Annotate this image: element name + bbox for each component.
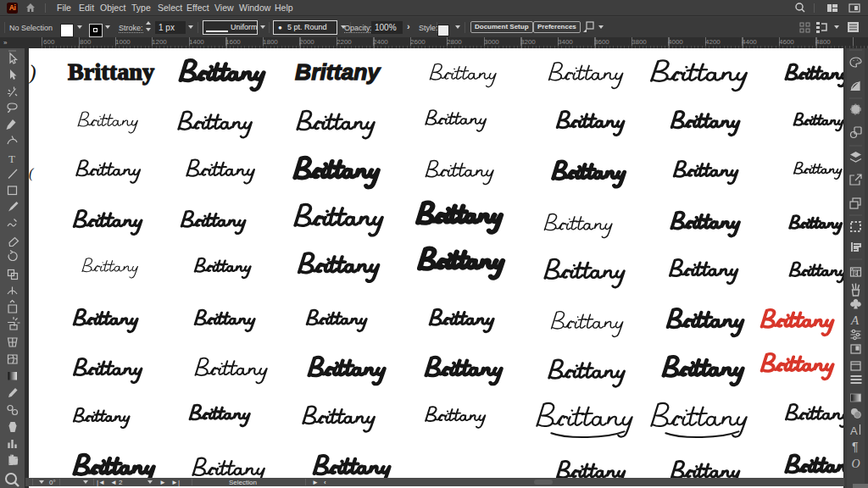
- svg-text:T: T: [8, 152, 15, 165]
- svg-text:A: A: [850, 313, 860, 327]
- svg-text:O: O: [852, 458, 860, 470]
- svg-text:A: A: [850, 424, 858, 437]
- svg-text:¶: ¶: [852, 440, 859, 453]
